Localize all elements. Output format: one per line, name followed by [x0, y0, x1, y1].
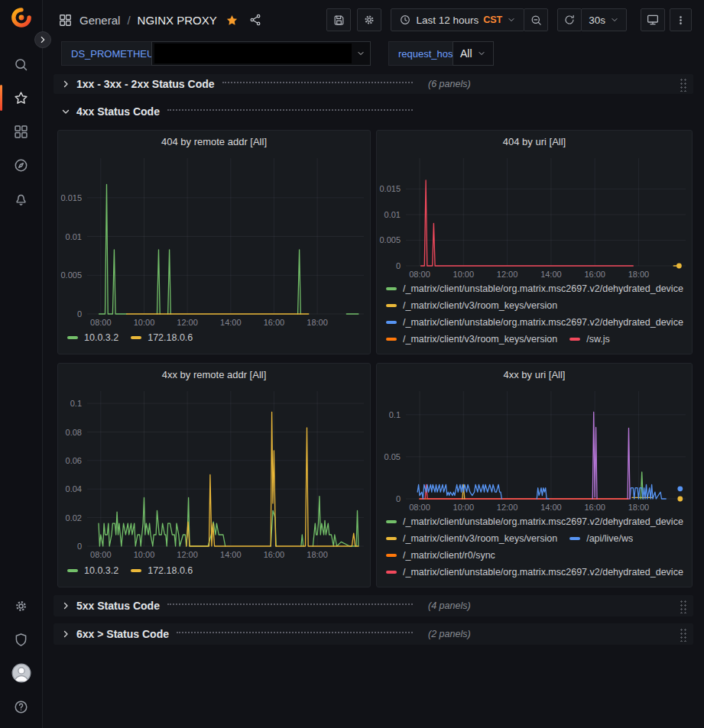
- breadcrumb-separator: /: [127, 14, 130, 27]
- svg-text:14:00: 14:00: [220, 318, 242, 327]
- row-6xx[interactable]: 6xx > Status Code (2 panels): [54, 623, 693, 645]
- star-icon: [13, 90, 29, 106]
- variable-value-ds-prometheus[interactable]: [151, 41, 371, 66]
- legend-label: /_matrix/client/v3/room_keys/version: [403, 300, 557, 311]
- dashboard-main: General / NGINX PROXY: [43, 0, 704, 728]
- row-5xx[interactable]: 5xx Status Code (4 panels): [54, 595, 693, 616]
- legend-item[interactable]: /_matrix/client/v3/room_keys/version: [386, 299, 557, 312]
- legend-item[interactable]: /_matrix/client/v3/room_keys/version: [386, 532, 557, 545]
- monitor-icon: [646, 13, 660, 27]
- chart-4xx-by-uri[interactable]: 08:0010:0012:0014:0016:0018:0000.050.1: [377, 385, 692, 513]
- share-icon[interactable]: [248, 13, 262, 27]
- save-dashboard-button[interactable]: [326, 8, 351, 31]
- more-options-button[interactable]: [670, 8, 692, 31]
- variable-bar: DS_PROMETHEUS request_host All: [43, 41, 704, 66]
- row-1xx-3xx-2xx[interactable]: 1xx - 3xx - 2xx Status Code (6 panels): [54, 74, 693, 94]
- sidebar-item-profile[interactable]: [0, 656, 43, 690]
- panel-header[interactable]: 4xx by uri [All]: [377, 364, 692, 385]
- refresh-button[interactable]: [557, 8, 582, 31]
- legend-item[interactable]: 172.18.0.6: [131, 332, 193, 344]
- legend-swatch: [131, 569, 141, 572]
- legend-swatch: [386, 571, 397, 574]
- row-4xx[interactable]: 4xx Status Code: [54, 102, 693, 121]
- svg-text:0.1: 0.1: [389, 410, 401, 419]
- chart-4xx-by-remote-addr[interactable]: 08:0010:0012:0014:0016:0018:0000.020.040…: [58, 385, 370, 562]
- panel-404-by-uri: 404 by uri [All] 08:0010:0012:0014:0016:…: [376, 130, 693, 354]
- row-panel-count: (6 panels): [428, 79, 471, 89]
- row-drag-handle[interactable]: [680, 627, 687, 642]
- legend-label: /_matrix/client/v3/room_keys/version: [403, 334, 557, 345]
- dashboard-settings-button[interactable]: [357, 8, 381, 31]
- legend-label: /_matrix/client/unstable/org.matrix.msc2…: [403, 283, 683, 294]
- svg-text:10:00: 10:00: [453, 503, 475, 512]
- legend-label: /sw.js: [586, 334, 610, 345]
- legend-item[interactable]: 10.0.3.2: [67, 565, 118, 577]
- refresh-interval-picker[interactable]: 30s: [581, 8, 627, 31]
- breadcrumb-section[interactable]: General: [79, 14, 120, 27]
- breadcrumb-dashboard-title[interactable]: NGINX PROXY: [138, 14, 217, 27]
- bell-icon: [13, 191, 29, 207]
- grafana-logo[interactable]: [0, 0, 43, 35]
- legend-item[interactable]: /_matrix/client/r0/sync: [386, 549, 495, 561]
- refresh-icon: [563, 14, 576, 26]
- svg-text:16:00: 16:00: [264, 550, 285, 559]
- sidebar-item-help[interactable]: [0, 690, 43, 723]
- svg-text:0: 0: [77, 309, 82, 319]
- legend-item[interactable]: /_matrix/client/unstable/org.matrix.msc2…: [386, 516, 683, 528]
- svg-text:0.1: 0.1: [70, 399, 82, 408]
- panel-header[interactable]: 404 by remote addr [All]: [58, 131, 370, 152]
- sidebar-item-explore[interactable]: [0, 148, 43, 182]
- save-icon: [333, 14, 346, 27]
- row-drag-handle[interactable]: [680, 77, 687, 92]
- svg-text:14:00: 14:00: [540, 270, 562, 279]
- sidebar-item-dashboards[interactable]: [0, 115, 43, 148]
- variable-value-label: All: [460, 47, 472, 60]
- svg-text:12:00: 12:00: [177, 318, 198, 327]
- svg-text:0.005: 0.005: [60, 270, 82, 280]
- legend-item[interactable]: /_matrix/client/unstable/org.matrix.msc2…: [386, 316, 683, 328]
- sidebar-expand-button[interactable]: [34, 31, 51, 48]
- cycle-view-mode-button[interactable]: [641, 8, 665, 31]
- legend-item[interactable]: /sw.js: [569, 333, 610, 345]
- zoom-out-button[interactable]: [524, 8, 548, 31]
- legend-item[interactable]: 172.18.0.6: [131, 565, 193, 577]
- svg-text:16:00: 16:00: [264, 318, 285, 327]
- svg-text:0.08: 0.08: [66, 428, 82, 437]
- star-filled-icon[interactable]: [225, 14, 238, 27]
- legend-label: 10.0.3.2: [84, 565, 118, 576]
- svg-text:08:00: 08:00: [409, 270, 430, 279]
- legend-item[interactable]: 10.0.3.2: [67, 332, 118, 344]
- panel-title: 4xx by remote addr [All]: [162, 369, 267, 380]
- panel-404-by-remote-addr: 404 by remote addr [All] 08:0010:0012:00…: [57, 130, 371, 354]
- gear-icon: [13, 598, 29, 614]
- legend-item[interactable]: /_matrix/client/v3/room_keys/version: [386, 333, 557, 345]
- panel-header[interactable]: 4xx by remote addr [All]: [58, 364, 370, 385]
- chart-404-by-uri[interactable]: 08:0010:0012:0014:0016:0018:0000.0050.01…: [377, 152, 692, 280]
- sidebar-item-alerting[interactable]: [0, 182, 43, 215]
- legend-item[interactable]: /_matrix/client/unstable/org.matrix.msc2…: [386, 283, 683, 295]
- sidebar-item-starred[interactable]: [0, 81, 43, 115]
- time-range-picker[interactable]: Last 12 hours CST: [391, 8, 524, 31]
- row-drag-handle[interactable]: [680, 599, 687, 613]
- chevron-right-icon: [39, 36, 47, 44]
- variable-value-request-host[interactable]: All: [453, 41, 494, 66]
- timezone-badge: CST: [483, 15, 502, 25]
- panel-header[interactable]: 404 by uri [All]: [377, 131, 692, 152]
- row-title: 6xx > Status Code: [76, 628, 169, 640]
- sidebar-item-configuration[interactable]: [0, 589, 43, 623]
- legend-label: /api/live/ws: [586, 533, 633, 544]
- active-indicator: [0, 85, 2, 111]
- chart-legend: /_matrix/client/unstable/org.matrix.msc2…: [377, 513, 692, 587]
- legend-label: /_matrix/client/r0/sync: [403, 550, 495, 561]
- refresh-interval-label: 30s: [589, 15, 605, 26]
- sidebar-item-server-admin[interactable]: [0, 623, 43, 656]
- breadcrumb: General / NGINX PROXY: [58, 9, 262, 31]
- svg-text:10:00: 10:00: [134, 550, 155, 559]
- legend-item[interactable]: /api/live/ws: [569, 532, 633, 545]
- svg-text:12:00: 12:00: [177, 550, 198, 559]
- chart-404-by-remote-addr[interactable]: 08:0010:0012:0014:0016:0018:0000.0050.01…: [58, 152, 370, 329]
- legend-item[interactable]: /_matrix/client/unstable/org.matrix.msc2…: [386, 566, 683, 578]
- svg-text:14:00: 14:00: [220, 550, 242, 559]
- sidebar-item-search[interactable]: [0, 47, 43, 81]
- row-dotted-leader: [222, 82, 413, 83]
